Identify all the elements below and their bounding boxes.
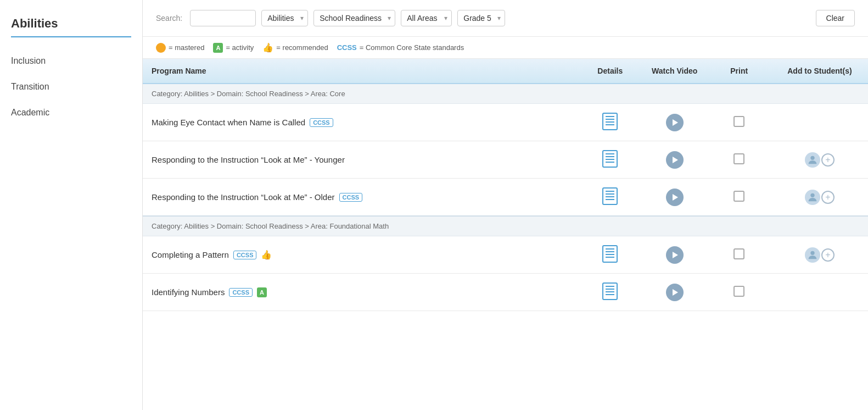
program-name-text: Identifying Numbers: [152, 287, 225, 297]
details-button[interactable]: [602, 150, 618, 168]
print-checkbox[interactable]: [733, 286, 744, 297]
ccss-badge: CCSS: [233, 251, 257, 259]
add-student-td: +: [771, 179, 868, 217]
ccss-desc: = Common Core State standards: [360, 43, 464, 52]
details-icon[interactable]: [602, 150, 618, 168]
table-header: Program Name Details Watch Video Print A…: [143, 59, 868, 84]
add-plus-button[interactable]: +: [821, 191, 835, 204]
header-watch-video: Watch Video: [642, 59, 707, 84]
recommended-icon: 👍: [261, 250, 272, 260]
header-details: Details: [578, 59, 642, 84]
mastered-label: = mastered: [169, 43, 204, 52]
details-button[interactable]: [602, 245, 618, 263]
svg-point-2: [810, 251, 814, 254]
details-cell: [578, 179, 642, 217]
program-name-text: Completing a Pattern: [152, 250, 229, 259]
programs-table-container: Program Name Details Watch Video Print A…: [143, 59, 868, 410]
details-cell: [578, 104, 642, 141]
domain-filter[interactable]: School Readiness: [313, 10, 395, 26]
svg-point-1: [810, 193, 814, 197]
ccss-badge: CCSS: [229, 288, 253, 297]
details-icon[interactable]: [602, 187, 618, 205]
play-video-button[interactable]: [666, 284, 684, 301]
sidebar-item-transition[interactable]: Transition: [11, 74, 131, 100]
domain-filter-wrapper: School Readiness: [313, 10, 395, 26]
print-cell: [707, 179, 771, 217]
activity-badge: A: [257, 287, 267, 297]
grade-filter-wrapper: Grade 5: [457, 10, 505, 26]
program-name-cell: Identifying Numbers CCSS A: [143, 274, 578, 311]
add-plus-button[interactable]: +: [821, 248, 835, 262]
details-button[interactable]: [602, 113, 618, 130]
program-name-text: Responding to the Instruction “Look at M…: [152, 192, 335, 202]
add-student-td: [771, 104, 868, 141]
play-video-button[interactable]: [666, 114, 684, 131]
print-checkbox[interactable]: [733, 116, 744, 127]
details-button[interactable]: [602, 187, 618, 205]
category-label: Category: Abilities > Domain: School Rea…: [143, 84, 868, 104]
details-icon[interactable]: [602, 245, 618, 263]
area-filter[interactable]: All Areas: [401, 10, 452, 26]
print-cell: [707, 141, 771, 179]
details-icon[interactable]: [602, 282, 618, 300]
svg-point-0: [810, 156, 814, 159]
print-checkbox[interactable]: [733, 248, 744, 259]
add-student-td: +: [771, 236, 868, 274]
details-cell: [578, 274, 642, 311]
grade-filter[interactable]: Grade 5: [457, 10, 505, 26]
play-video-button[interactable]: [666, 151, 684, 169]
student-avatar: [805, 247, 820, 263]
mastered-icon: [156, 43, 166, 53]
add-plus-button[interactable]: +: [821, 153, 835, 167]
student-avatar: [805, 190, 820, 205]
legend-mastered: = mastered: [156, 43, 204, 53]
search-label: Search:: [156, 14, 182, 23]
sidebar-item-inclusion[interactable]: Inclusion: [11, 48, 131, 74]
details-cell: [578, 141, 642, 179]
category-row-core: Category: Abilities > Domain: School Rea…: [143, 84, 868, 104]
sidebar: Abilities Inclusion Transition Academic: [0, 0, 143, 410]
search-input[interactable]: [190, 10, 256, 26]
ccss-badge: CCSS: [310, 118, 333, 127]
print-checkbox[interactable]: [733, 153, 744, 164]
print-checkbox[interactable]: [733, 191, 744, 202]
print-cell: [707, 104, 771, 141]
add-student-cell: +: [780, 152, 859, 168]
activity-icon: A: [213, 43, 223, 53]
main-content: Search: Abilities School Readiness All A…: [143, 0, 868, 410]
clear-button[interactable]: Clear: [816, 10, 855, 26]
program-name-text: Making Eye Contact when Name is Called: [152, 118, 305, 127]
category-filter[interactable]: Abilities: [261, 10, 308, 26]
details-button[interactable]: [602, 282, 618, 300]
play-video-button[interactable]: [666, 189, 684, 206]
details-icon[interactable]: [602, 113, 618, 130]
print-cell: [707, 274, 771, 311]
recommended-label: = recommended: [276, 43, 328, 52]
video-cell: [642, 141, 707, 179]
category-row-foundational-math: Category: Abilities > Domain: School Rea…: [143, 216, 868, 236]
category-filter-wrapper: Abilities: [261, 10, 308, 26]
add-student-td: [771, 274, 868, 311]
search-bar: Search: Abilities School Readiness All A…: [143, 0, 868, 37]
programs-table: Program Name Details Watch Video Print A…: [143, 59, 868, 311]
ccss-label: CCSS: [337, 43, 357, 52]
add-student-td: +: [771, 141, 868, 179]
program-name-text: Responding to the Instruction “Look at M…: [152, 155, 345, 164]
table-row: Identifying Numbers CCSS A: [143, 274, 868, 311]
header-program-name: Program Name: [143, 59, 578, 84]
legend-recommended: 👍 = recommended: [262, 42, 328, 53]
header-print: Print: [707, 59, 771, 84]
table-row: Making Eye Contact when Name is Called C…: [143, 104, 868, 141]
category-label: Category: Abilities > Domain: School Rea…: [143, 216, 868, 236]
add-student-cell: +: [780, 190, 859, 205]
sidebar-item-academic[interactable]: Academic: [11, 100, 131, 126]
video-cell: [642, 274, 707, 311]
table-body: Category: Abilities > Domain: School Rea…: [143, 84, 868, 311]
play-video-button[interactable]: [666, 246, 684, 264]
program-name-cell: Completing a Pattern CCSS 👍: [143, 236, 578, 274]
table-row: Responding to the Instruction “Look at M…: [143, 179, 868, 217]
details-cell: [578, 236, 642, 274]
sidebar-title: Abilities: [11, 16, 131, 37]
program-name-cell: Responding to the Instruction “Look at M…: [143, 179, 578, 217]
student-avatar: [805, 152, 820, 168]
